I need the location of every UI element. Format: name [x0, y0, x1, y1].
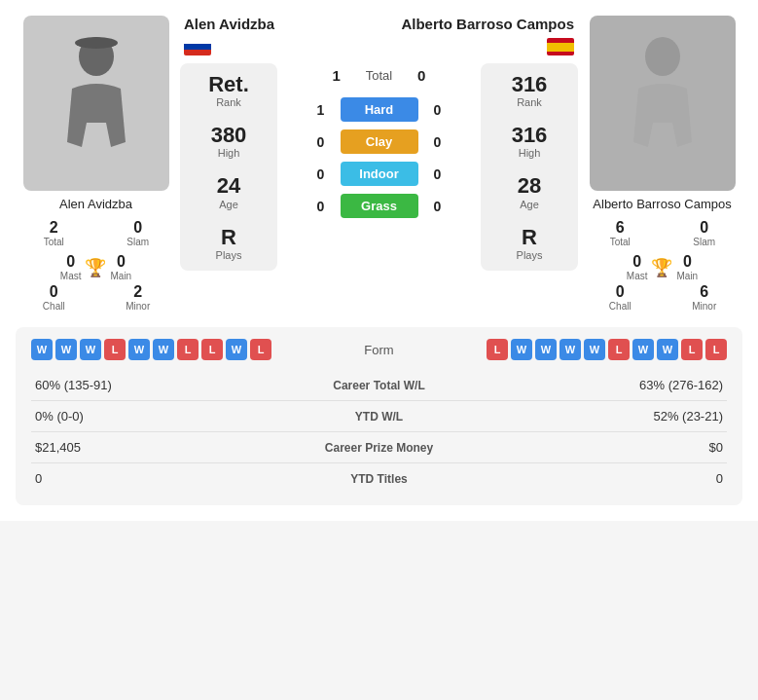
trophy-row: 0 Mast 🏆 0 Main [16, 253, 176, 281]
left-total-val: 2 Total [16, 219, 92, 247]
right-age-label: Age [518, 199, 541, 210]
left-trophy-icon: 🏆 [85, 259, 106, 276]
content-inner: Ret. Rank 380 High 24 Age R Plays [180, 63, 578, 271]
grass-button[interactable]: Grass [341, 194, 418, 218]
left-age-val: 24 [217, 174, 240, 198]
right-form-badges: LWWWWLWWLL [449, 339, 727, 360]
right-plays-label: Plays [517, 249, 543, 261]
left-rank-label: Rank [208, 96, 249, 108]
form-badge: W [559, 339, 581, 360]
right-player-silhouette [624, 35, 702, 171]
left-flag-row [184, 34, 274, 55]
right-slam-val: 0 Slam [667, 219, 743, 247]
right-player-card: Alberto Barroso Campos 6 Total 0 Slam 0 … [582, 16, 742, 312]
stat-center-label: YTD Titles [274, 463, 484, 495]
right-age-val: 28 [518, 174, 541, 198]
left-age-label: Age [217, 199, 240, 210]
form-badge: L [705, 339, 727, 360]
right-header-name: Alberto Barroso Campos [401, 16, 574, 32]
bottom-stats-section: WWWLWWLLWL Form LWWWWLWWLL 60% (135-91) … [16, 327, 742, 505]
stat-center-label: YTD W/L [274, 401, 484, 432]
surfaces-section: 1 Total 0 1 Hard 0 0 Clay [283, 63, 475, 218]
stat-center-label: Career Prize Money [274, 432, 484, 463]
center-col: Alen Avidzba Alberto Barroso Campos [180, 16, 578, 271]
total-row: 1 Total 0 [283, 63, 475, 84]
grass-right: 0 [430, 199, 446, 214]
left-minor-val: 2 Minor [100, 283, 177, 312]
left-stats-grid: 2 Total 0 Slam 0 Mast 🏆 0 Main [16, 219, 176, 312]
form-row: WWWLWWLLWL Form LWWWWLWWLL [31, 339, 727, 360]
indoor-button[interactable]: Indoor [341, 162, 418, 186]
right-high-label: High [512, 147, 548, 159]
total-right: 0 [412, 67, 431, 84]
svg-point-1 [75, 37, 118, 49]
left-player-name: Alen Avidzba [59, 197, 132, 211]
left-rank-val: Ret. [208, 73, 249, 96]
indoor-right: 0 [430, 166, 446, 182]
right-flag-row [401, 34, 574, 55]
total-left: 1 [327, 67, 346, 84]
stat-right-val: $0 [484, 432, 727, 463]
form-badge: L [487, 339, 508, 360]
left-high-val: 380 [211, 124, 247, 147]
left-player-card: Alen Avidzba 2 Total 0 Slam 0 Mast 🏆 [16, 16, 176, 312]
right-stat-col: 316 Rank 316 High 28 Age R Plays [481, 63, 578, 271]
left-header-block: Alen Avidzba [184, 16, 274, 55]
left-plays-val: R [216, 226, 242, 249]
left-high-box: 380 High [211, 124, 247, 159]
form-badge: W [657, 339, 678, 360]
left-high-label: High [211, 147, 247, 159]
clay-left: 0 [313, 134, 329, 150]
stats-row: $21,405 Career Prize Money $0 [31, 432, 727, 463]
right-high-box: 316 High [512, 124, 548, 159]
right-main-val: 0 Main [676, 253, 698, 281]
right-age-box: 28 Age [518, 174, 541, 209]
left-age-box: 24 Age [217, 174, 240, 209]
left-slam-val: 0 Slam [100, 219, 177, 247]
right-player-name: Alberto Barroso Campos [593, 197, 731, 211]
form-badge: L [608, 339, 630, 360]
clay-button[interactable]: Clay [341, 129, 418, 154]
hard-left: 1 [313, 102, 329, 118]
right-header-block: Alberto Barroso Campos [401, 16, 574, 55]
total-label: Total [366, 68, 392, 83]
form-label: Form [309, 343, 449, 357]
form-badge: L [201, 339, 223, 360]
left-player-photo [23, 16, 169, 191]
stat-right-val: 0 [484, 463, 727, 495]
svg-point-2 [645, 37, 680, 76]
left-main-val: 0 Main [110, 253, 131, 281]
left-player-silhouette [57, 35, 135, 171]
stats-row: 60% (135-91) Career Total W/L 63% (276-1… [31, 370, 727, 401]
stats-row: 0 YTD Titles 0 [31, 463, 727, 495]
stats-row: 0% (0-0) YTD W/L 52% (23-21) [31, 401, 727, 432]
right-rank-label: Rank [512, 96, 548, 108]
form-badge: L [250, 339, 271, 360]
form-badge: W [31, 339, 53, 360]
hard-button[interactable]: Hard [341, 97, 418, 122]
grass-left: 0 [313, 199, 329, 214]
surface-rows: 1 Hard 0 0 Clay 0 0 Indoor 0 [283, 97, 475, 218]
form-badge: W [80, 339, 101, 360]
stat-right-val: 63% (276-162) [484, 370, 727, 401]
clay-row: 0 Clay 0 [283, 129, 475, 154]
left-header-name: Alen Avidzba [184, 16, 274, 32]
left-chall-val: 0 Chall [16, 283, 92, 312]
page-container: Alen Avidzba 2 Total 0 Slam 0 Mast 🏆 [0, 0, 758, 521]
form-badge: L [104, 339, 126, 360]
stat-left-val: $21,405 [31, 432, 274, 463]
left-rank-box: Ret. Rank [208, 73, 249, 108]
right-total-val: 6 Total [582, 219, 659, 247]
right-high-val: 316 [512, 124, 548, 147]
clay-right: 0 [430, 134, 446, 150]
right-minor-val: 6 Minor [667, 283, 743, 312]
center-header: Alen Avidzba Alberto Barroso Campos [180, 16, 578, 55]
stats-table: 60% (135-91) Career Total W/L 63% (276-1… [31, 370, 727, 494]
right-rank-val: 316 [512, 73, 548, 96]
form-badge: W [584, 339, 605, 360]
right-player-photo [590, 16, 736, 191]
right-plays-val: R [517, 226, 543, 249]
form-badge: L [177, 339, 199, 360]
form-badge: W [128, 339, 150, 360]
hard-row: 1 Hard 0 [283, 97, 475, 122]
